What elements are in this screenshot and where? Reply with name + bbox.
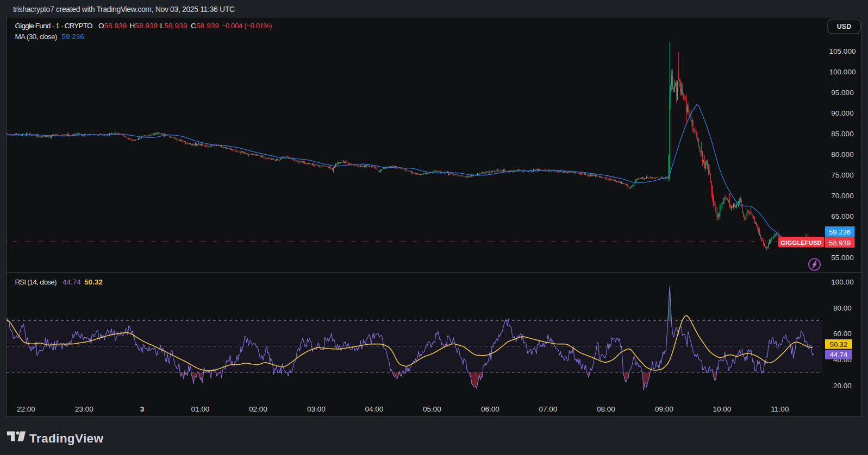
svg-text:GIGGLEFUSD: GIGGLEFUSD bbox=[781, 239, 822, 246]
svg-text:01:00: 01:00 bbox=[191, 405, 210, 413]
svg-text:23:00: 23:00 bbox=[75, 405, 93, 413]
svg-text:80.00: 80.00 bbox=[833, 304, 852, 312]
svg-text:11:00: 11:00 bbox=[771, 405, 789, 413]
svg-text:05:00: 05:00 bbox=[423, 405, 441, 413]
svg-text:44.74: 44.74 bbox=[830, 351, 848, 359]
svg-text:USD: USD bbox=[837, 23, 851, 30]
svg-text:MA (30, close): MA (30, close) bbox=[15, 33, 58, 41]
svg-text:90.000: 90.000 bbox=[831, 109, 853, 117]
svg-text:50.32: 50.32 bbox=[830, 340, 848, 349]
svg-text:C58.939: C58.939 bbox=[191, 22, 219, 30]
svg-text:04:00: 04:00 bbox=[365, 405, 384, 413]
svg-text:100.000: 100.000 bbox=[829, 68, 856, 76]
svg-text:85.000: 85.000 bbox=[831, 130, 853, 138]
svg-text:H58.939: H58.939 bbox=[130, 22, 158, 30]
svg-text:10:00: 10:00 bbox=[713, 405, 732, 413]
svg-text:55.000: 55.000 bbox=[831, 254, 853, 262]
svg-text:09:00: 09:00 bbox=[655, 405, 673, 413]
svg-text:80.000: 80.000 bbox=[831, 150, 853, 159]
svg-text:03:00: 03:00 bbox=[307, 405, 326, 413]
svg-text:100.00: 100.00 bbox=[831, 278, 853, 286]
svg-text:L58.939: L58.939 bbox=[160, 22, 188, 30]
svg-text:70.000: 70.000 bbox=[831, 192, 853, 200]
svg-text:60.00: 60.00 bbox=[833, 330, 852, 338]
svg-text:75.000: 75.000 bbox=[831, 171, 853, 179]
svg-text:59.236: 59.236 bbox=[829, 228, 851, 236]
svg-text:06:00: 06:00 bbox=[481, 405, 499, 413]
svg-text:trishacrypto7 created with Tra: trishacrypto7 created with TradingView.c… bbox=[13, 5, 235, 14]
svg-text:−0.004 (−0.01%): −0.004 (−0.01%) bbox=[222, 22, 272, 30]
svg-text:105.000: 105.000 bbox=[829, 47, 856, 55]
svg-text:22:00: 22:00 bbox=[17, 405, 35, 413]
svg-text:02:00: 02:00 bbox=[249, 405, 267, 413]
svg-text:TradingView: TradingView bbox=[29, 432, 103, 445]
svg-text:58.939: 58.939 bbox=[829, 239, 851, 247]
svg-text:3: 3 bbox=[140, 405, 145, 413]
svg-text:50.32: 50.32 bbox=[84, 278, 103, 286]
svg-text:44.74: 44.74 bbox=[63, 278, 81, 286]
svg-text:65.000: 65.000 bbox=[831, 212, 853, 220]
svg-text:59.236: 59.236 bbox=[62, 33, 84, 41]
svg-text:RSI (14, close): RSI (14, close) bbox=[15, 278, 57, 286]
svg-text:07:00: 07:00 bbox=[539, 405, 558, 413]
svg-text:O58.939: O58.939 bbox=[98, 22, 127, 30]
svg-text:Giggle Fund · 1 · CRYPTO: Giggle Fund · 1 · CRYPTO bbox=[15, 22, 93, 30]
svg-text:20.00: 20.00 bbox=[833, 382, 852, 390]
svg-text:95.000: 95.000 bbox=[831, 89, 853, 97]
svg-text:08:00: 08:00 bbox=[597, 405, 615, 413]
